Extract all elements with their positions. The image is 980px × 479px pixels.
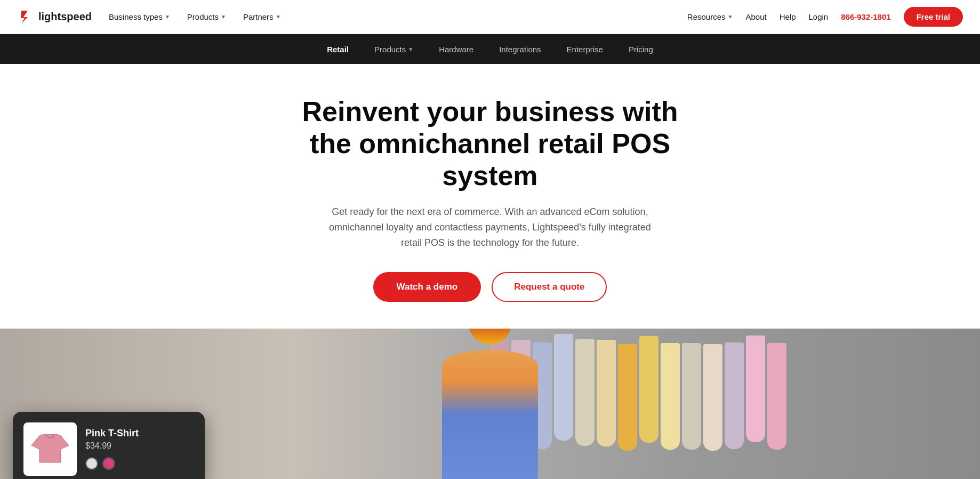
person-head <box>469 329 511 345</box>
request-quote-button[interactable]: Request a quote <box>492 272 607 302</box>
pos-card: Pink T-Shirt $34.99 <box>13 412 205 479</box>
clothes-item <box>767 343 786 450</box>
pos-product-name: Pink T-Shirt <box>85 428 194 439</box>
hero-image-section: Pink T-Shirt $34.99 <box>0 329 980 479</box>
chevron-down-icon: ▼ <box>221 14 226 20</box>
sec-nav-enterprise[interactable]: Enterprise <box>567 45 603 54</box>
pos-product-price: $34.99 <box>85 441 194 451</box>
logo[interactable]: lightspeed <box>17 9 92 26</box>
hero-title: Reinvent your business with the omnichan… <box>282 96 698 191</box>
color-swatch[interactable] <box>102 457 115 470</box>
watch-demo-button[interactable]: Watch a demo <box>373 272 481 302</box>
person-area <box>415 329 565 479</box>
sec-nav-retail[interactable]: Retail <box>327 45 349 54</box>
logo-text: lightspeed <box>38 11 92 23</box>
clothes-item <box>597 340 616 446</box>
nav-help[interactable]: Help <box>780 12 796 21</box>
pos-product-image <box>23 422 77 476</box>
hero-section: Reinvent your business with the omnichan… <box>0 64 980 329</box>
pos-color-options <box>85 457 194 470</box>
sec-nav-integrations[interactable]: Integrations <box>499 45 541 54</box>
clothes-item <box>639 336 658 443</box>
nav-partners[interactable]: Partners ▼ <box>243 12 281 21</box>
nav-login[interactable]: Login <box>809 12 829 21</box>
sec-nav-hardware[interactable]: Hardware <box>439 45 473 54</box>
nav-products[interactable]: Products ▼ <box>187 12 226 21</box>
secondary-navigation: Retail Products ▼ Hardware Integrations … <box>0 34 980 64</box>
top-navigation: lightspeed Business types ▼ Products ▼ P… <box>0 0 980 34</box>
hero-buttons: Watch a demo Request a quote <box>373 272 607 302</box>
chevron-down-icon: ▼ <box>728 14 733 20</box>
clothes-item <box>661 343 680 450</box>
clothes-item <box>725 342 744 449</box>
color-swatch[interactable] <box>85 457 98 470</box>
phone-number[interactable]: 866-932-1801 <box>841 12 890 21</box>
tshirt-icon <box>29 430 71 468</box>
clothes-item <box>746 336 765 442</box>
clothes-item <box>575 339 595 446</box>
hero-subtitle: Get ready for the next era of commerce. … <box>319 204 661 250</box>
clothes-item <box>682 343 701 450</box>
nav-resources[interactable]: Resources ▼ <box>687 12 733 21</box>
nav-about[interactable]: About <box>745 12 766 21</box>
person-body <box>442 350 538 479</box>
chevron-down-icon: ▼ <box>276 14 281 20</box>
free-trial-button[interactable]: Free trial <box>904 7 963 27</box>
chevron-down-icon: ▼ <box>408 46 413 52</box>
nav-left: lightspeed Business types ▼ Products ▼ P… <box>17 9 281 26</box>
sec-nav-pricing[interactable]: Pricing <box>629 45 653 54</box>
nav-business-types[interactable]: Business types ▼ <box>109 12 170 21</box>
lightspeed-logo-icon <box>17 9 34 26</box>
clothes-item <box>703 344 722 451</box>
pos-product-info: Pink T-Shirt $34.99 <box>85 428 194 470</box>
sec-nav-products[interactable]: Products ▼ <box>374 45 413 54</box>
clothes-item <box>618 344 637 451</box>
chevron-down-icon: ▼ <box>165 14 170 20</box>
nav-right: Resources ▼ About Help Login 866-932-180… <box>687 7 963 27</box>
